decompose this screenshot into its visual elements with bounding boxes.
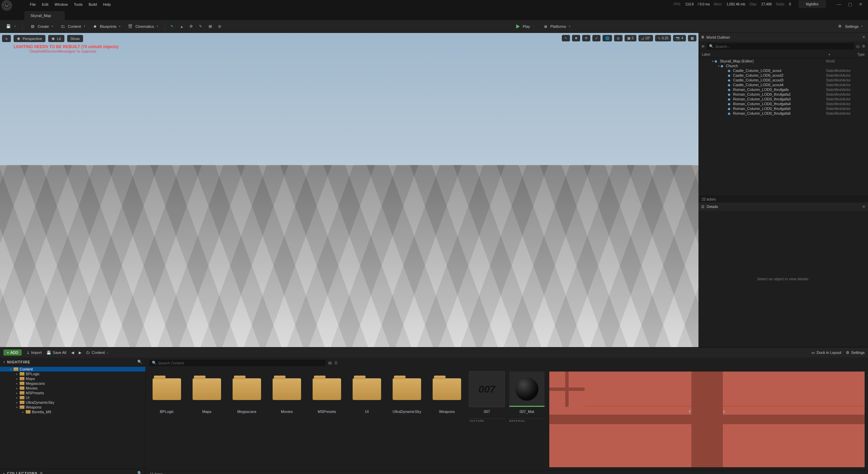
mesh-paint-mode-icon[interactable]: ✎ <box>198 23 204 30</box>
viewport[interactable]: ≡ ◉Perspective ◉Lit Show ↖ ✥ ⟳ ⤢ 🌐 ◎ ▦5 … <box>0 33 698 347</box>
search-icon[interactable]: 🔍 <box>137 360 142 364</box>
tree-row-beretta_m9[interactable]: ▸Beretta_M9 <box>0 410 145 414</box>
tree-row-megascans[interactable]: ▸Megascans <box>0 381 145 386</box>
nav-back-icon[interactable]: ◀ <box>71 350 74 355</box>
asset-maps[interactable]: Maps <box>189 372 224 418</box>
minimize-icon[interactable]: — <box>837 2 841 7</box>
menu-file[interactable]: File <box>30 2 36 6</box>
brush-mode-icon[interactable]: ◍ <box>217 23 223 30</box>
asset-firstperson-crosshair[interactable]: FirstPerson CrosshairTEXTURE <box>549 372 865 467</box>
menu-window[interactable]: Window <box>55 2 68 6</box>
menu-tools[interactable]: Tools <box>74 2 83 6</box>
cb-search[interactable]: 🔍 <box>149 360 326 366</box>
camera-speed-button[interactable]: 📷4 <box>673 35 686 41</box>
close-icon[interactable]: ✕ <box>859 2 863 7</box>
surface-snap-icon[interactable]: ◎ <box>614 35 623 41</box>
content-button[interactable]: 🗀Content▾ <box>57 22 88 31</box>
eye-icon[interactable]: 👁 <box>701 44 705 49</box>
outliner-row[interactable]: ◆Roman_Column_LOD0_thrufgafa4StaticMeshA… <box>698 101 868 106</box>
cb-project-header[interactable]: ▾ NIGHTFIRE 🔍 <box>0 358 145 366</box>
viewport-options-button[interactable]: ≡ <box>2 35 11 42</box>
tree-row-mspresets[interactable]: ▸MSPresets <box>0 391 145 395</box>
outliner-row[interactable]: ◆Castle_Column_LOD0_scoutStaticMeshActor <box>698 68 868 73</box>
tree-row-maps[interactable]: ▸Maps <box>0 376 145 381</box>
outliner-list[interactable]: ▾◆Skyrail_Map (Editor)World▾◆Church◆Cast… <box>698 58 868 196</box>
asset-megascans[interactable]: Megascans <box>229 372 264 418</box>
transform-move-icon[interactable]: ✥ <box>572 35 580 41</box>
cb-grid[interactable]: BPLogicMapsMegascansMoviesMSPresetsUIUlt… <box>146 368 868 471</box>
outliner-row[interactable]: ◆Castle_Column_LOD0_scout3StaticMeshActo… <box>698 78 868 82</box>
menu-build[interactable]: Build <box>89 2 97 6</box>
save-button[interactable]: 💾▾ <box>3 22 18 31</box>
transform-select-icon[interactable]: ↖ <box>562 35 570 41</box>
platforms-button[interactable]: 🖥Platforms▾ <box>539 22 573 31</box>
breadcrumb-content[interactable]: Content <box>92 350 105 355</box>
outliner-row[interactable]: ◆Roman_Column_LOD0_thrufgafa5StaticMeshA… <box>698 106 868 111</box>
fracture-mode-icon[interactable]: ▦ <box>207 23 213 30</box>
asset-007[interactable]: 007007TEXTURE <box>469 372 505 422</box>
menu-help[interactable]: Help <box>103 2 111 6</box>
tree-row-weapons[interactable]: ▾Weapons <box>0 405 145 410</box>
asset-bplogic[interactable]: BPLogic <box>149 372 184 418</box>
add-folder-icon[interactable]: 🗀 <box>856 44 860 49</box>
tab-skyrail-map[interactable]: Skyrail_Map <box>24 11 65 20</box>
tree-row-content[interactable]: ▾Content <box>0 367 145 372</box>
user-button[interactable]: Nightfire <box>798 0 826 8</box>
breadcrumb-chevron[interactable]: › <box>107 350 108 355</box>
save-filter-icon[interactable]: ▤ <box>328 361 332 365</box>
play-button[interactable]: Play⋮ <box>512 22 538 31</box>
coord-space-icon[interactable]: 🌐 <box>603 35 612 41</box>
landscape-mode-icon[interactable]: ▲ <box>179 23 185 30</box>
cb-tree[interactable]: ▾Content▸BPLogic▸Maps▸Megascans▸Movies▸M… <box>0 366 145 469</box>
add-collection-icon[interactable]: ⊕ <box>40 471 43 474</box>
transform-scale-icon[interactable]: ⤢ <box>592 35 600 41</box>
scale-snap-button[interactable]: ⤡0.25 <box>655 35 671 41</box>
outliner-gear-icon[interactable]: ⚙ <box>862 44 865 49</box>
viewport-canvas[interactable] <box>0 33 698 347</box>
outliner-row[interactable]: ◆Roman_Column_LOD0_thrufgafa3StaticMeshA… <box>698 97 868 101</box>
outliner-row[interactable]: ▾◆Skyrail_Map (Editor)World <box>698 59 868 63</box>
viewport-lit-button[interactable]: ◉Lit <box>48 35 64 42</box>
save-all-button[interactable]: 💾Save All <box>46 350 66 355</box>
asset-weapons[interactable]: Weapons <box>429 372 465 418</box>
tree-row-ultradynamicsky[interactable]: ▸UltraDynamicSky <box>0 400 145 405</box>
viewport-perspective-button[interactable]: ◉Perspective <box>14 35 45 42</box>
outliner-row[interactable]: ◆Roman_Column_LOD0_thrufgafa2StaticMeshA… <box>698 92 868 97</box>
import-button[interactable]: ⤓Import <box>26 350 42 355</box>
nav-fwd-icon[interactable]: ▶ <box>79 350 81 355</box>
outliner-close-icon[interactable]: ✕ <box>862 35 865 39</box>
angle-snap-button[interactable]: ◿10° <box>638 35 653 41</box>
viewport-layout-icon[interactable]: ▦ <box>688 35 696 41</box>
outliner-col-label[interactable]: Label <box>702 53 829 56</box>
viewport-show-button[interactable]: Show <box>67 35 83 42</box>
foliage-mode-icon[interactable]: ✿ <box>188 23 194 30</box>
cb-search-input[interactable] <box>158 361 323 365</box>
outliner-row[interactable]: ◆Roman_Column_LOD0_thrufgafa6StaticMeshA… <box>698 111 868 116</box>
asset-007_mat[interactable]: 007_MatMATERIAL <box>509 372 545 422</box>
create-button[interactable]: ▧Create▾ <box>27 22 56 31</box>
outliner-row[interactable]: ◆Roman_Column_LOD0_thrufgafaStaticMeshAc… <box>698 87 868 92</box>
transform-rotate-icon[interactable]: ⟳ <box>582 35 590 41</box>
asset-mspresets[interactable]: MSPresets <box>309 372 344 418</box>
tree-row-bplogic[interactable]: ▸BPLogic <box>0 372 145 376</box>
cb-settings-button[interactable]: ⚙Settings <box>846 350 865 355</box>
settings-button[interactable]: ⚙Settings▾ <box>834 22 865 31</box>
outliner-row[interactable]: ▾◆Church <box>698 63 868 68</box>
asset-ultradynamicsky[interactable]: UltraDynamicSky <box>389 372 425 418</box>
outliner-search-input[interactable] <box>715 44 852 49</box>
asset-movies[interactable]: Movies <box>269 372 304 418</box>
blueprints-button[interactable]: ◆Blueprints▾ <box>89 22 123 31</box>
outliner-row[interactable]: ◆Castle_Column_LOD0_scout4StaticMeshActo… <box>698 82 868 87</box>
search-icon[interactable]: 🔍 <box>137 471 142 474</box>
details-close-icon[interactable]: ✕ <box>862 205 865 209</box>
filter-icon[interactable]: ☰ <box>334 361 338 365</box>
tree-row-ui[interactable]: ▸UI <box>0 395 145 400</box>
maximize-icon[interactable]: ▢ <box>848 2 852 7</box>
tree-row-movies[interactable]: ▸Movies <box>0 386 145 391</box>
add-button[interactable]: +ADD <box>3 349 22 356</box>
dock-button[interactable]: ▭Dock in Layout <box>811 350 841 355</box>
outliner-row[interactable]: ◆Castle_Column_LOD0_scout2StaticMeshActo… <box>698 73 868 78</box>
grid-snap-button[interactable]: ▦5 <box>625 35 636 41</box>
select-mode-icon[interactable]: ↖ <box>169 23 175 30</box>
outliner-col-type[interactable]: Type <box>857 53 865 56</box>
